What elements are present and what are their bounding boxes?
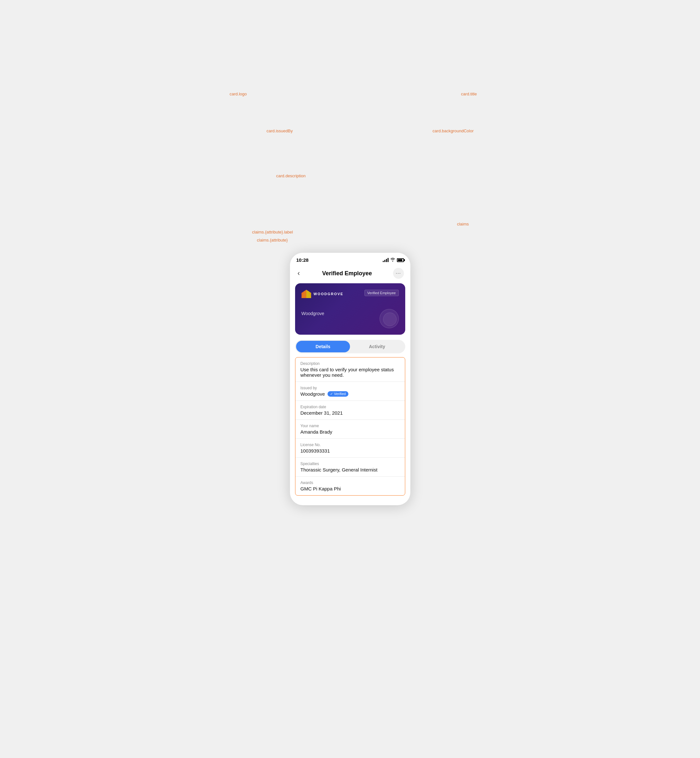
detail-row-issued-by: Issued by Woodgrove ✓ Verified (295, 382, 405, 401)
name-value: Amanda Brady (300, 429, 400, 434)
signal-bar-2 (384, 260, 385, 262)
detail-row-description: Description Use this card to verify your… (295, 358, 405, 382)
spacer (290, 353, 410, 357)
tabs-container: Details Activity (295, 340, 405, 353)
signal-bar-4 (388, 258, 389, 262)
description-value: Use this card to verify your employee st… (300, 367, 400, 378)
detail-row-expiration: Expiration date December 31, 2021 (295, 401, 405, 420)
detail-row-name: Your name Amanda Brady (295, 420, 405, 439)
license-value: 10039393331 (300, 448, 400, 453)
signal-bar-1 (383, 261, 384, 262)
issued-by-label: Issued by (300, 386, 400, 390)
detail-row-specialties: Specialties Thorassic Surgery, General I… (295, 458, 405, 477)
detail-row-license: License No. 10039393331 (295, 439, 405, 458)
issued-by-value: Woodgrove (300, 391, 325, 397)
card-header: WOODGROVE Verified Employee (302, 290, 399, 298)
signal-bars-icon (383, 258, 389, 262)
issued-by-value-row: Woodgrove ✓ Verified (300, 391, 400, 397)
card-logo: WOODGROVE (302, 290, 344, 298)
annotation-card-description: card.description (276, 173, 306, 178)
awards-value: GMC Pi Kappa Phi (300, 486, 400, 491)
battery-icon (397, 258, 404, 262)
specialties-value: Thorassic Surgery, General Internist (300, 467, 400, 472)
status-time: 10:28 (296, 257, 309, 263)
status-bar: 10:28 (290, 253, 410, 265)
signal-bar-3 (386, 259, 387, 262)
verified-badge: ✓ Verified (328, 391, 348, 397)
phone-frame: 10:28 ‹ Verified Employee ··· (290, 253, 410, 505)
expiration-label: Expiration date (300, 405, 400, 409)
svg-marker-3 (306, 290, 311, 298)
tab-activity[interactable]: Activity (350, 341, 404, 352)
woodgrove-logo-icon (302, 290, 311, 298)
credential-card: WOODGROVE Verified Employee Woodgrove (295, 283, 405, 334)
name-label: Your name (300, 424, 400, 428)
annotation-claims-attribute: claims.{attribute} (257, 238, 288, 242)
annotation-card-issued-by: card.issuedBy (267, 128, 293, 133)
more-button[interactable]: ··· (393, 268, 404, 279)
page-title: Verified Employee (322, 270, 372, 277)
card-title-badge: Verified Employee (364, 290, 399, 296)
license-label: License No. (300, 442, 400, 447)
annotation-card-title: card.title (461, 92, 477, 96)
annotation-claims: claims (457, 222, 469, 227)
annotation-card-logo: card.logo (230, 92, 247, 96)
details-section: Description Use this card to verify your… (295, 357, 405, 495)
card-decoration (380, 309, 399, 328)
awards-label: Awards (300, 480, 400, 485)
expiration-value: December 31, 2021 (300, 410, 400, 416)
annotation-claims-attribute-label: claims.{attribute}.label (252, 230, 293, 234)
description-label: Description (300, 361, 400, 366)
annotation-card-bgcolor: card.backgroundColor (433, 128, 473, 133)
battery-fill (398, 259, 402, 261)
back-button[interactable]: ‹ (296, 268, 301, 279)
card-logo-text: WOODGROVE (314, 292, 344, 296)
specialties-label: Specialties (300, 461, 400, 466)
nav-header: ‹ Verified Employee ··· (290, 265, 410, 283)
status-icons (383, 258, 404, 263)
wifi-icon (390, 258, 395, 263)
tab-details[interactable]: Details (296, 341, 350, 352)
detail-row-awards: Awards GMC Pi Kappa Phi (295, 477, 405, 495)
svg-marker-2 (302, 290, 306, 298)
